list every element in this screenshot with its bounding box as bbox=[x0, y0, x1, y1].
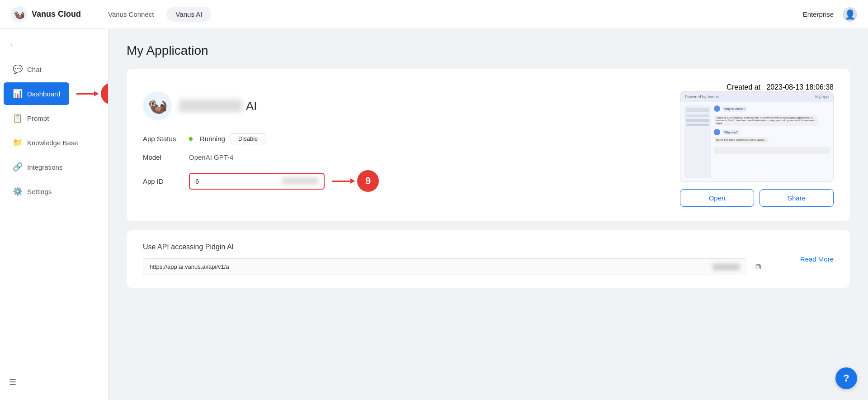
sidebar-item-knowledge-base-label: Knowledge Base bbox=[27, 139, 78, 147]
layout: ← 💬 Chat 📊 Dashboard 8 bbox=[0, 29, 868, 400]
sidebar-item-settings[interactable]: ⚙️ Settings bbox=[4, 180, 104, 203]
integrations-icon: 🔗 bbox=[13, 162, 22, 172]
api-card-inner: Use API accessing Pidgin AI https://app.… bbox=[143, 243, 834, 275]
api-row: https://app.ai.vanus.ai/api/v1/a ⧉ bbox=[143, 258, 765, 275]
model-field: Model OpenAI GPT-4 bbox=[143, 153, 662, 161]
app-name-ai-suffix: AI bbox=[246, 99, 257, 113]
settings-icon: ⚙️ bbox=[13, 186, 22, 196]
preview-chat-mini: Why is Vanus? Vanus is a Serverless, eve… bbox=[714, 105, 830, 178]
preview-msg-user-1: Why is Vanus? bbox=[722, 106, 747, 112]
sidebar-item-chat[interactable]: 💬 Chat bbox=[4, 58, 51, 81]
topnav-right: Enterprise 👤 bbox=[803, 7, 857, 22]
api-card-left: Use API accessing Pidgin AI https://app.… bbox=[143, 243, 765, 275]
created-at-label: Created at bbox=[726, 83, 760, 91]
knowledge-base-icon: 📁 bbox=[13, 138, 22, 148]
chat-item-wrapper: 💬 Chat bbox=[0, 57, 108, 81]
app-id-label: App ID bbox=[143, 177, 184, 185]
vanus-connect-link[interactable]: Vanus Connect bbox=[99, 7, 163, 22]
app-header: 🦦 AI bbox=[143, 91, 662, 120]
back-icon: ← bbox=[9, 41, 16, 49]
api-url-box: https://app.ai.vanus.ai/api/v1/a bbox=[143, 258, 746, 275]
model-value: OpenAI GPT-4 bbox=[189, 153, 233, 161]
preview-image: Powered by Vanus My App bbox=[680, 91, 834, 182]
app-card: Created at 2023-08-13 18:06:38 🦦 AI bbox=[127, 69, 850, 221]
created-at: Created at 2023-08-13 18:06:38 bbox=[726, 83, 834, 91]
sidebar-back-button[interactable]: ← bbox=[0, 36, 108, 53]
preview-input-mini bbox=[714, 147, 830, 154]
page-title: My Application bbox=[127, 43, 850, 58]
annotation-9-circle: 9 bbox=[357, 170, 379, 192]
app-id-field: App ID 6 bbox=[143, 173, 325, 190]
help-button[interactable]: ? bbox=[835, 367, 857, 389]
sidebar-item-prompt[interactable]: 📋 Prompt bbox=[4, 107, 104, 129]
status-text: Running bbox=[200, 135, 225, 143]
open-button[interactable]: Open bbox=[680, 189, 754, 207]
logo[interactable]: 🦦 Vanus Cloud bbox=[11, 6, 81, 23]
sidebar-bottom: ☰ bbox=[0, 372, 108, 393]
dashboard-icon: 📊 bbox=[13, 89, 22, 99]
preview-topbar: Powered by Vanus My App bbox=[680, 92, 833, 102]
preview-topbar-right: My App bbox=[815, 95, 829, 99]
card-body-left: 🦦 AI App Status Running Disable bbox=[143, 91, 662, 207]
help-icon: ? bbox=[843, 372, 849, 384]
preview-body: Why is Vanus? Vanus is a Serverless, eve… bbox=[680, 102, 833, 181]
topnav-links: Vanus Connect Vanus AI bbox=[99, 7, 803, 22]
vanus-ai-link[interactable]: Vanus AI bbox=[166, 7, 211, 22]
status-dot bbox=[189, 137, 193, 141]
api-url-blurred bbox=[712, 264, 740, 270]
api-title: Use API accessing Pidgin AI bbox=[143, 243, 765, 251]
app-id-row: App ID 6 9 bbox=[143, 170, 662, 192]
preview-sidebar-mini bbox=[684, 105, 711, 178]
sidebar-item-integrations-label: Integrations bbox=[27, 163, 62, 171]
hamburger-icon[interactable]: ☰ bbox=[9, 378, 16, 387]
app-status-field: App Status Running Disable bbox=[143, 133, 662, 144]
app-avatar: 🦦 bbox=[143, 91, 172, 120]
preview-topbar-left: Powered by Vanus bbox=[685, 95, 719, 99]
sidebar-item-prompt-label: Prompt bbox=[27, 114, 49, 122]
preview-msg-bot-2: Name five more benefits of using Vanus..… bbox=[714, 137, 769, 143]
prompt-icon: 📋 bbox=[13, 113, 22, 123]
sidebar-item-settings-label: Settings bbox=[27, 188, 52, 195]
sidebar-item-dashboard[interactable]: 📊 Dashboard bbox=[4, 82, 69, 105]
card-top-row: Created at 2023-08-13 18:06:38 bbox=[143, 83, 834, 91]
chat-icon: 💬 bbox=[13, 64, 22, 74]
disable-button[interactable]: Disable bbox=[231, 133, 265, 144]
model-label: Model bbox=[143, 153, 184, 161]
topnav: 🦦 Vanus Cloud Vanus Connect Vanus AI Ent… bbox=[0, 0, 868, 29]
api-copy-button[interactable]: ⧉ bbox=[752, 258, 765, 275]
user-avatar[interactable]: 👤 bbox=[843, 7, 857, 22]
app-id-value: 6 bbox=[195, 177, 199, 185]
share-button[interactable]: Share bbox=[760, 189, 834, 207]
preview-msg-user-2: Why me? bbox=[722, 129, 740, 135]
sidebar-item-dashboard-label: Dashboard bbox=[27, 90, 60, 98]
logo-text: Vanus Cloud bbox=[32, 10, 81, 19]
sidebar: ← 💬 Chat 📊 Dashboard 8 bbox=[0, 29, 108, 400]
sidebar-item-knowledge-base[interactable]: 📁 Knowledge Base bbox=[4, 131, 104, 154]
api-card: Use API accessing Pidgin AI https://app.… bbox=[127, 230, 850, 288]
dashboard-annotation-wrapper: 📊 Dashboard 8 bbox=[0, 81, 108, 106]
api-url-text: https://app.ai.vanus.ai/api/v1/a bbox=[150, 263, 229, 270]
preview-actions: Open Share bbox=[680, 189, 834, 207]
created-at-value: 2023-08-13 18:06:38 bbox=[766, 83, 834, 91]
logo-icon: 🦦 bbox=[11, 6, 27, 23]
sidebar-item-chat-label: Chat bbox=[27, 66, 42, 73]
annotation-8-circle: 8 bbox=[101, 83, 108, 105]
app-preview: Powered by Vanus My App bbox=[680, 91, 834, 207]
main-content: My Application Created at 2023-08-13 18:… bbox=[108, 29, 868, 400]
app-id-input[interactable]: 6 bbox=[189, 173, 325, 190]
annotation-9-wrapper: 9 bbox=[332, 170, 379, 192]
card-body-grid: 🦦 AI App Status Running Disable bbox=[143, 91, 834, 207]
sidebar-item-integrations[interactable]: 🔗 Integrations bbox=[4, 156, 104, 178]
app-status-label: App Status bbox=[143, 135, 184, 143]
enterprise-link[interactable]: Enterprise bbox=[803, 10, 834, 18]
api-card-right: Read More bbox=[770, 255, 834, 263]
preview-msg-bot-1: Vanus is a Serverless, event-driven, AI-… bbox=[714, 115, 818, 126]
read-more-button[interactable]: Read More bbox=[800, 255, 834, 263]
app-id-blurred bbox=[282, 177, 318, 185]
app-name: AI bbox=[179, 99, 257, 113]
app-name-blurred bbox=[179, 100, 242, 112]
